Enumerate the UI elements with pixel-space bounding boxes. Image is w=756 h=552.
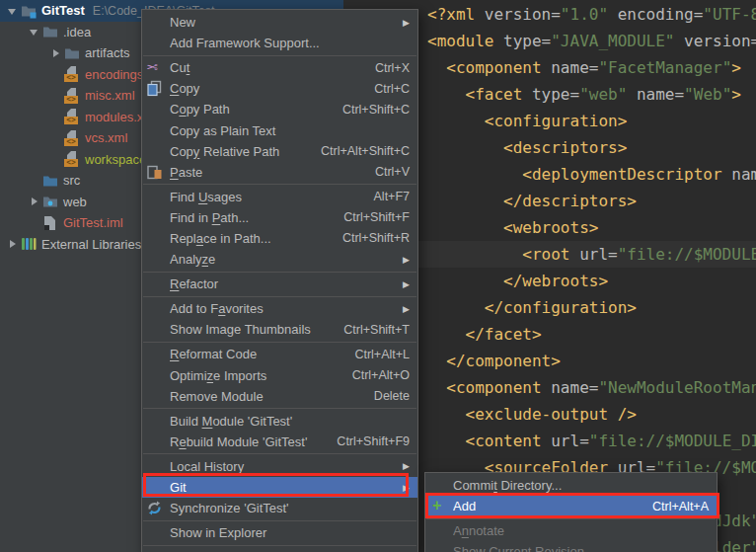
menu-item-analyze[interactable]: Analyze▶: [142, 249, 417, 270]
tree-item-label: web: [63, 195, 87, 209]
code-line: <content url="file://$MODULE_DIR$">: [427, 428, 756, 454]
menu-separator: [143, 408, 416, 409]
chevron-right-icon[interactable]: [27, 194, 42, 209]
menu-item-reformat-code[interactable]: Reformat CodeCtrl+Alt+L: [142, 344, 417, 364]
tree-spacer: [27, 215, 42, 231]
code-line: <configuration>: [427, 108, 756, 134]
tree-spacer: [48, 130, 64, 146]
menu-item-shortcut: Ctrl+V: [375, 165, 410, 179]
menu-item-find-in-path[interactable]: Find in Path...Ctrl+Shift+F: [142, 207, 417, 228]
menu-item-label: Synchronize 'GitTest': [170, 501, 410, 515]
menu-item-local-history[interactable]: Local History▶: [142, 456, 417, 477]
menu-item-shortcut: Delete: [374, 389, 410, 403]
xml-file-icon: <>: [64, 66, 80, 82]
submenu-arrow-icon: ▶: [400, 255, 410, 265]
menu-item-label: Optimize Imports: [170, 368, 329, 383]
tree-item-label: External Libraries: [41, 237, 141, 252]
menu-item-show-in-explorer[interactable]: Show in Explorer: [142, 522, 417, 543]
tree-item-label: .idea: [63, 25, 91, 39]
menu-item-copy-as-plain-text[interactable]: Copy as Plain Text: [142, 119, 417, 140]
menu-item-shortcut: Ctrl+X: [375, 61, 410, 75]
tree-spacer: [48, 151, 64, 167]
menu-item-label: Git: [170, 480, 400, 495]
submenu-arrow-icon: ▶: [400, 483, 410, 493]
menu-item-build-module-gittest[interactable]: Build Module 'GitTest': [142, 411, 417, 432]
tree-spacer: [48, 66, 64, 82]
menu-item-label: Annotate: [453, 523, 709, 538]
submenu-arrow-icon: ▶: [400, 304, 410, 314]
menu-item-refactor[interactable]: Refactor▶: [142, 274, 417, 294]
menu-item-rebuild-module-gittest[interactable]: Rebuild Module 'GitTest'Ctrl+Shift+F9: [142, 432, 417, 452]
menu-item-label: Show Image Thumbnails: [170, 322, 320, 337]
menu-item-label: Build Module 'GitTest': [170, 414, 410, 429]
menu-item-label: Paste: [170, 165, 351, 180]
menu-item-label: Show Current Revision: [453, 544, 709, 552]
folder-web-icon: [42, 194, 58, 209]
tree-spacer: [27, 173, 42, 189]
menu-item-label: Commit Directory...: [453, 478, 709, 493]
code-line: <descriptors>: [427, 134, 756, 161]
code-line: <?xml version="1.0" encoding="UTF-8"?>: [427, 1, 756, 28]
menu-item-label: Cut: [170, 60, 351, 75]
menu-item-directory-path[interactable]: Directory PathCtrl+Alt+F12: [142, 547, 417, 552]
tree-item-label: misc.xml: [85, 88, 135, 103]
menu-item-label: Remove Module: [170, 389, 350, 404]
libraries-icon: [21, 236, 37, 252]
chevron-right-icon[interactable]: [48, 45, 64, 61]
menu-item-label: Find in Path...: [170, 210, 320, 225]
menu-item-git[interactable]: Git▶: [142, 477, 417, 498]
menu-item-shortcut: Ctrl+Shift+T: [343, 323, 410, 337]
menu-item-show-image-thumbnails[interactable]: Show Image ThumbnailsCtrl+Shift+T: [142, 319, 417, 340]
menu-item-add[interactable]: +AddCtrl+Alt+A: [425, 496, 717, 516]
xml-file-icon: <>: [64, 88, 80, 104]
xml-file-icon: <>: [64, 130, 80, 146]
code-line: </component>: [427, 348, 756, 374]
tree-item-label: src: [63, 173, 80, 188]
paste-icon: [146, 169, 163, 184]
menu-separator: [143, 184, 416, 185]
menu-separator: [143, 272, 416, 273]
menu-item-label: New: [170, 15, 400, 30]
menu-item-add-to-favorites[interactable]: Add to Favorites▶: [142, 298, 417, 319]
menu-item-label: Find Usages: [170, 190, 350, 204]
code-line: <facet type="web" name="Web">: [427, 81, 756, 108]
code-line: <component name="NewModuleRootManager" i…: [427, 374, 756, 401]
chevron-right-icon[interactable]: [5, 236, 21, 252]
chevron-down-icon[interactable]: [5, 3, 21, 19]
chevron-down-icon[interactable]: [27, 24, 42, 39]
menu-item-cut[interactable]: ✂CutCtrl+X: [142, 57, 417, 78]
code-line: <webroots>: [427, 214, 756, 241]
copy-icon: [146, 85, 163, 100]
menu-item-add-framework-support[interactable]: Add Framework Support...: [142, 33, 417, 53]
tree-item-label: vcs.xml: [85, 130, 127, 145]
xml-file-icon: <>: [64, 109, 80, 124]
menu-item-commit-directory[interactable]: Commit Directory...: [425, 475, 717, 496]
submenu-arrow-icon: ▶: [400, 461, 410, 471]
menu-item-replace-in-path[interactable]: Replace in Path...Ctrl+Shift+R: [142, 228, 417, 249]
menu-item-new[interactable]: New▶: [142, 12, 417, 33]
menu-item-label: Add to Favorites: [170, 301, 400, 316]
menu-item-shortcut: Ctrl+Alt+A: [652, 500, 709, 513]
sync-icon: [146, 505, 163, 519]
menu-item-label: Add Framework Support...: [170, 36, 410, 50]
code-line: <exclude-output />: [427, 401, 756, 428]
menu-item-paste[interactable]: PasteCtrl+V: [142, 162, 417, 183]
xml-file-icon: <>: [64, 151, 80, 167]
menu-item-optimize-imports[interactable]: Optimize ImportsCtrl+Alt+O: [142, 365, 417, 386]
menu-item-label: Local History: [170, 459, 400, 474]
menu-item-remove-module[interactable]: Remove ModuleDelete: [142, 386, 417, 407]
iml-file-icon: [42, 215, 58, 231]
menu-item-copy-relative-path[interactable]: Copy Relative PathCtrl+Alt+Shift+C: [142, 141, 417, 162]
menu-item-copy[interactable]: CopyCtrl+C: [142, 78, 417, 99]
code-line: <component name="FacetManager">: [427, 54, 756, 81]
menu-item-shortcut: Ctrl+C: [374, 82, 410, 96]
folder-icon: [64, 45, 80, 61]
menu-item-label: Reformat Code: [170, 347, 331, 361]
menu-item-copy-path[interactable]: Copy PathCtrl+Shift+C: [142, 99, 417, 119]
menu-item-shortcut: Ctrl+Shift+R: [342, 231, 410, 245]
menu-item-label: Refactor: [170, 276, 400, 291]
menu-item-label: Copy as Plain Text: [170, 123, 410, 138]
menu-item-shortcut: Ctrl+Alt+Shift+C: [321, 144, 410, 158]
menu-item-find-usages[interactable]: Find UsagesAlt+F7: [142, 187, 417, 207]
menu-item-synchronize-gittest[interactable]: Synchronize 'GitTest': [142, 498, 417, 518]
